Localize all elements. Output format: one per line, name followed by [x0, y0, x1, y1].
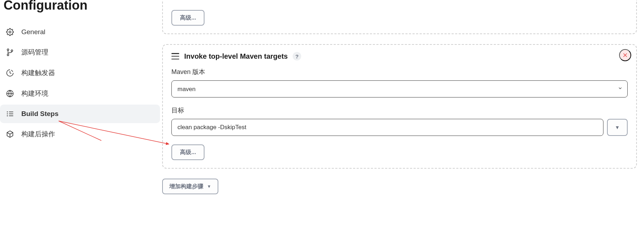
goals-label: 目标 — [171, 106, 628, 115]
sidebar-item-general[interactable]: General — [0, 23, 160, 41]
configuration-sidebar: Configuration General 源码管理 构建触发器 — [0, 0, 162, 243]
button-label: 增加构建步骤 — [169, 183, 203, 190]
sidebar-item-label: 源码管理 — [21, 48, 48, 57]
advanced-button[interactable]: 高级... — [171, 10, 204, 26]
expand-button[interactable]: ▼ — [607, 119, 628, 136]
svg-point-0 — [9, 31, 11, 33]
caret-down-icon: ▼ — [207, 184, 211, 189]
page-title: Configuration — [0, 0, 162, 13]
sidebar-item-scm[interactable]: 源码管理 — [0, 43, 160, 62]
sidebar-nav: General 源码管理 构建触发器 构建环境 — [0, 23, 162, 144]
delete-step-button[interactable] — [619, 49, 631, 61]
sidebar-item-triggers[interactable]: 构建触发器 — [0, 63, 160, 83]
advanced-button[interactable]: 高级... — [171, 144, 204, 160]
gear-icon — [6, 28, 14, 36]
button-label: 高级... — [180, 14, 196, 22]
maven-version-label: Maven 版本 — [171, 68, 628, 76]
svg-point-2 — [7, 54, 9, 56]
sidebar-item-label: 构建环境 — [21, 89, 48, 98]
branch-icon — [6, 48, 14, 57]
build-step-card-maven: Invoke top-level Maven targets ? Maven 版… — [162, 44, 637, 169]
svg-point-5 — [7, 111, 8, 112]
svg-point-7 — [7, 115, 8, 116]
svg-point-3 — [11, 50, 13, 52]
help-button[interactable]: ? — [293, 52, 301, 60]
package-icon — [6, 130, 14, 138]
card-header: Invoke top-level Maven targets ? — [171, 52, 628, 60]
close-icon — [622, 52, 628, 58]
build-step-card-partial: 高级... — [162, 0, 637, 34]
sidebar-item-label: Build Steps — [21, 110, 59, 118]
drag-handle-icon[interactable] — [171, 53, 179, 59]
sidebar-item-label: 构建后操作 — [21, 130, 55, 139]
sidebar-item-build-steps[interactable]: Build Steps — [0, 105, 160, 123]
triangle-down-icon: ▼ — [615, 125, 620, 130]
sidebar-item-environment[interactable]: 构建环境 — [0, 84, 160, 103]
add-build-step-button[interactable]: 增加构建步骤 ▼ — [162, 179, 218, 194]
goals-input[interactable] — [171, 119, 603, 136]
globe-icon — [6, 89, 14, 98]
button-label: 高级... — [180, 149, 196, 156]
main-content: 高级... Invoke top-level Maven targets ? M… — [162, 0, 644, 243]
sidebar-item-post-build[interactable]: 构建后操作 — [0, 125, 160, 144]
sidebar-item-label: 构建触发器 — [21, 68, 55, 78]
card-title: Invoke top-level Maven targets — [184, 52, 288, 60]
steps-icon — [6, 110, 14, 118]
sidebar-item-label: General — [21, 28, 46, 36]
clock-icon — [6, 69, 14, 77]
svg-point-1 — [7, 49, 9, 51]
svg-point-6 — [7, 113, 8, 115]
maven-version-select[interactable]: maven — [171, 80, 628, 97]
